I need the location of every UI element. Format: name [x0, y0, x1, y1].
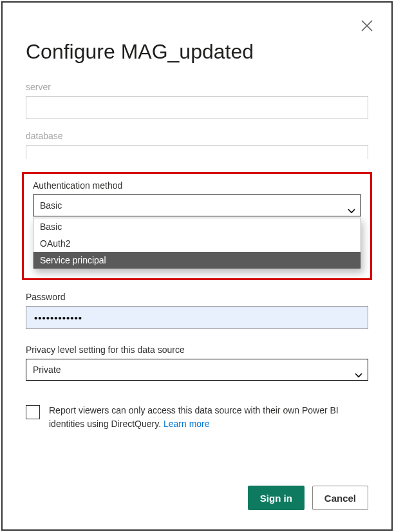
- database-input[interactable]: [26, 145, 368, 159]
- database-input-clip: [26, 145, 368, 159]
- privacy-label: Privacy level setting for this data sour…: [26, 345, 368, 355]
- server-input[interactable]: [26, 96, 368, 119]
- chevron-down-icon: [348, 202, 355, 209]
- dialog-frame: Configure MAG_updated server database Au…: [1, 1, 393, 531]
- server-label: server: [26, 82, 368, 92]
- password-field-group: Password: [26, 292, 368, 329]
- auth-select-wrap: Basic Basic OAuth2 Service principal: [33, 195, 361, 269]
- directquery-consent-row: Report viewers can only access this data…: [26, 404, 368, 431]
- learn-more-link[interactable]: Learn more: [164, 419, 210, 429]
- dialog-content: Configure MAG_updated server database Au…: [3, 3, 391, 431]
- auth-select-value: Basic: [40, 200, 62, 211]
- chevron-down-icon: [355, 366, 362, 374]
- close-icon[interactable]: [361, 19, 373, 32]
- auth-select[interactable]: Basic: [33, 195, 361, 216]
- auth-label: Authentication method: [33, 180, 361, 191]
- privacy-select[interactable]: Private: [26, 359, 368, 381]
- cancel-button[interactable]: Cancel: [312, 486, 368, 510]
- password-input[interactable]: [26, 306, 368, 329]
- auth-dropdown: Basic OAuth2 Service principal: [33, 218, 361, 269]
- auth-option-service-principal[interactable]: Service principal: [33, 252, 361, 269]
- password-label: Password: [26, 292, 368, 302]
- signin-button[interactable]: Sign in: [248, 486, 305, 510]
- directquery-label: Report viewers can only access this data…: [49, 404, 368, 431]
- dialog-title: Configure MAG_updated: [26, 40, 368, 64]
- auth-option-basic[interactable]: Basic: [33, 218, 361, 235]
- privacy-select-value: Private: [33, 365, 61, 375]
- auth-highlight-box: Authentication method Basic Basic OAuth2…: [22, 172, 372, 280]
- privacy-field-group: Privacy level setting for this data sour…: [26, 345, 368, 381]
- dialog-buttons: Sign in Cancel: [248, 486, 368, 510]
- auth-option-oauth2[interactable]: OAuth2: [33, 235, 361, 252]
- directquery-checkbox[interactable]: [26, 405, 40, 419]
- database-label: database: [26, 131, 368, 141]
- server-field-group: server: [26, 82, 368, 119]
- database-field-group: database: [26, 131, 368, 159]
